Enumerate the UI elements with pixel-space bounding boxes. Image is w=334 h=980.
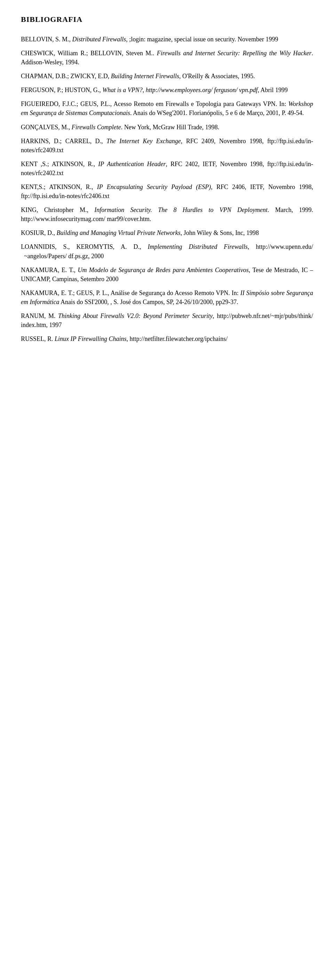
page-title: BIBLIOGRAFIA xyxy=(21,14,313,25)
bib-entry-kent2: KENT,S.; ATKINSON, R., IP Encapsulating … xyxy=(21,183,313,200)
bib-entry-loannidis: LOANNIDIS, S., KEROMYTIS, A. D., Impleme… xyxy=(21,242,313,260)
bib-text-russel: RUSSEL, R. Linux IP Firewalling Chains, … xyxy=(21,334,313,344)
bib-entry-cheswick: CHESWICK, William R.; BELLOVIN, Steven M… xyxy=(21,49,313,67)
bib-text-kosiur: KOSIUR, D., Building and Managing Virtua… xyxy=(21,228,313,237)
bib-entry-kent1: KENT ,S.; ATKINSON, R., IP Authenticatio… xyxy=(21,159,313,178)
bib-entry-kosiur: KOSIUR, D., Building and Managing Virtua… xyxy=(21,228,313,237)
bib-entry-ferguson: FERGUSON, P.; HUSTON, G., What is a VPN?… xyxy=(21,86,313,94)
bib-entry-nakamura2: NAKAMURA, E. T.; GEUS, P. L., Análise de… xyxy=(21,288,313,307)
bib-entry-harkins: HARKINS, D.; CARREL, D., The Internet Ke… xyxy=(21,137,313,154)
bib-text-kent2: KENT,S.; ATKINSON, R., IP Encapsulating … xyxy=(21,183,313,200)
bib-entry-nakamura1: NAKAMURA, E. T., Um Modelo de Segurança … xyxy=(21,266,313,283)
bib-text-chapman: CHAPMAN, D.B.; ZWICKY, E.D, Building Int… xyxy=(21,72,313,81)
bib-text-goncalves: GONÇALVES, M., Firewalls Complete. New Y… xyxy=(21,123,313,132)
bib-text-nakamura1: NAKAMURA, E. T., Um Modelo de Segurança … xyxy=(21,266,313,283)
bib-text-nakamura2: NAKAMURA, E. T.; GEUS, P. L., Análise de… xyxy=(21,288,313,307)
bib-text-figueiredo: FIGUEIREDO, F.J.C.; GEUS, P.L., Acesso R… xyxy=(21,99,313,118)
bib-text-kent1: KENT ,S.; ATKINSON, R., IP Authenticatio… xyxy=(21,159,313,178)
bib-text-ferguson: FERGUSON, P.; HUSTON, G., What is a VPN?… xyxy=(21,86,313,94)
bib-entry-bellovin: BELLOVIN, S. M., Distributed Firewalls, … xyxy=(21,35,313,44)
bib-entry-russel: RUSSEL, R. Linux IP Firewalling Chains, … xyxy=(21,334,313,344)
bib-entry-ranum: RANUM, M. Thinking About Firewalls V2.0:… xyxy=(21,311,313,329)
bib-text-harkins: HARKINS, D.; CARREL, D., The Internet Ke… xyxy=(21,137,313,154)
bib-text-loannidis: LOANNIDIS, S., KEROMYTIS, A. D., Impleme… xyxy=(21,242,313,260)
bib-entry-chapman: CHAPMAN, D.B.; ZWICKY, E.D, Building Int… xyxy=(21,72,313,81)
bib-text-ranum: RANUM, M. Thinking About Firewalls V2.0:… xyxy=(21,311,313,329)
bib-entry-goncalves: GONÇALVES, M., Firewalls Complete. New Y… xyxy=(21,123,313,132)
bib-text-cheswick: CHESWICK, William R.; BELLOVIN, Steven M… xyxy=(21,49,313,67)
bib-entry-figueiredo: FIGUEIREDO, F.J.C.; GEUS, P.L., Acesso R… xyxy=(21,99,313,118)
bib-text-king: KING, Christopher M., Information Securi… xyxy=(21,205,313,223)
bib-entry-king: KING, Christopher M., Information Securi… xyxy=(21,205,313,223)
bibliography-container: BELLOVIN, S. M., Distributed Firewalls, … xyxy=(21,35,313,344)
bib-text-bellovin: BELLOVIN, S. M., Distributed Firewalls, … xyxy=(21,35,313,44)
